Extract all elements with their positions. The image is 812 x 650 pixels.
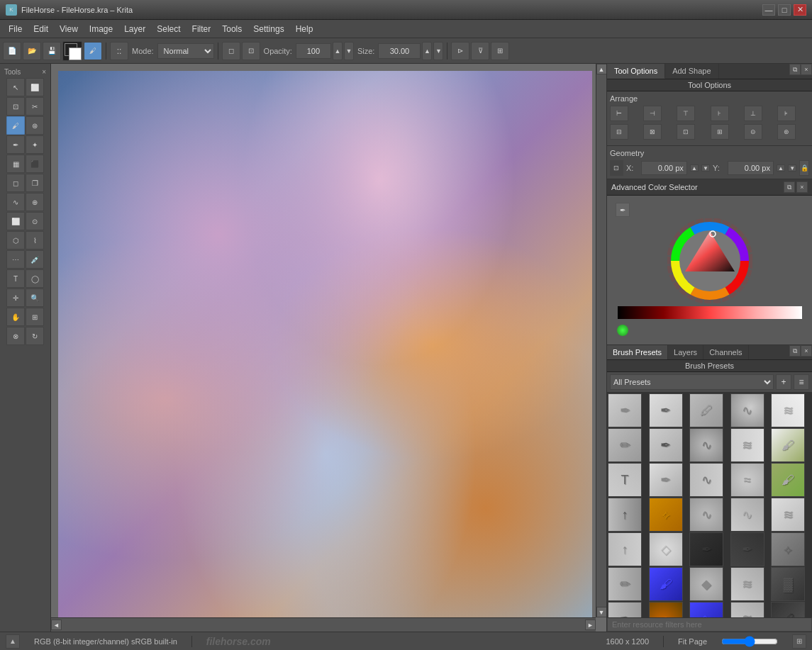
smart-patch-button[interactable]: ⊛	[26, 116, 44, 135]
zoom-tool-button[interactable]: 🔍	[26, 288, 44, 307]
add-preset-button[interactable]: +	[776, 374, 791, 390]
contiguous-select-button[interactable]: ⬜	[26, 78, 44, 96]
brush-item-33[interactable]: ∿	[689, 602, 723, 617]
menu-help[interactable]: Help	[290, 23, 319, 35]
brush-item-31[interactable]: ✒	[608, 602, 642, 617]
brush-item-29[interactable]: ≋	[730, 567, 764, 601]
distribute-center-v-button[interactable]: ⊝	[744, 124, 762, 140]
brush-item-15[interactable]: 🖌	[771, 463, 805, 497]
color-picker-button[interactable]: 💉	[26, 250, 44, 269]
brush-item-27[interactable]: 🖌	[649, 567, 683, 601]
menu-edit[interactable]: Edit	[28, 23, 54, 35]
align-center-h-button[interactable]: ⊣	[643, 106, 662, 121]
brush-item-35[interactable]: 🖌	[771, 602, 805, 617]
brush-item-30[interactable]: ▓	[771, 567, 805, 601]
artwork[interactable]	[58, 71, 592, 617]
y-input[interactable]	[728, 161, 774, 175]
smudge-button[interactable]: ∿	[6, 193, 25, 211]
brush-item-25[interactable]: ⟡	[771, 532, 805, 566]
open-file-button[interactable]: 📂	[23, 42, 41, 60]
gradient-bar[interactable]	[618, 306, 802, 319]
transform-button[interactable]: ⊡	[6, 97, 25, 116]
menu-tools[interactable]: Tools	[216, 23, 248, 35]
opacity-down[interactable]: ▼	[344, 42, 354, 60]
brush-panel-close[interactable]: ×	[801, 345, 812, 357]
menu-settings[interactable]: Settings	[248, 23, 289, 35]
eraser-button[interactable]: ◻	[222, 42, 240, 60]
clone-tool-button[interactable]: ❐	[26, 174, 44, 192]
panel-float-button[interactable]: ⧉	[789, 64, 801, 75]
mirror-v-button[interactable]: ⊽	[471, 42, 489, 60]
path-select-button[interactable]: ⌇	[26, 231, 44, 250]
wrap-button[interactable]: ⊞	[491, 42, 509, 60]
titlebar-controls[interactable]: — □ ✕	[762, 4, 806, 16]
assistant-button[interactable]: ⊗	[6, 327, 25, 345]
distribute-left-button[interactable]: ⊟	[610, 124, 628, 140]
save-button[interactable]: 💾	[43, 42, 61, 60]
filter-brush-button[interactable]: ⊕	[26, 193, 44, 211]
tab-add-shape[interactable]: Add Shape	[665, 64, 718, 79]
new-file-button[interactable]: 📄	[3, 42, 21, 60]
tools-collapse[interactable]: ×	[42, 68, 46, 76]
expand-button[interactable]: ▲	[6, 634, 20, 649]
brush-item-23[interactable]: ✒	[689, 532, 723, 566]
size-up[interactable]: ▲	[422, 42, 432, 60]
color-picker-icon[interactable]: ✒	[616, 203, 630, 217]
brush-item-13[interactable]: ∿	[689, 463, 723, 497]
polygon-select-button[interactable]: ⬡	[6, 231, 25, 250]
fullscreen-button[interactable]: ⊞	[792, 634, 806, 649]
x-input[interactable]	[641, 161, 687, 175]
grid-button[interactable]: ::	[110, 42, 128, 60]
brush-item-7[interactable]: ✒	[649, 428, 683, 462]
panel-close-button[interactable]: ×	[801, 64, 812, 75]
gradient-fill-button[interactable]: ▦	[6, 155, 25, 173]
tab-brush-presets[interactable]: Brush Presets	[607, 345, 668, 359]
crop-button[interactable]: ✂	[26, 97, 44, 116]
brush-item-6[interactable]: ✏	[608, 428, 642, 462]
horizontal-scrollbar[interactable]: ◄ ►	[51, 617, 596, 632]
align-center-v-button[interactable]: ⊥	[744, 106, 762, 121]
text-button[interactable]: T	[6, 269, 25, 288]
align-bottom-button[interactable]: ⊧	[777, 106, 796, 121]
brush-item-3[interactable]: 🖊	[689, 393, 723, 427]
scroll-left-button[interactable]: ◄	[51, 620, 62, 630]
brush-item-16[interactable]: ↑	[608, 498, 642, 532]
menu-view[interactable]: View	[54, 23, 84, 35]
presets-dropdown[interactable]: All Presets	[610, 374, 774, 390]
align-left-button[interactable]: ⊢	[610, 106, 628, 121]
minimize-button[interactable]: —	[762, 4, 775, 16]
brush-item-18[interactable]: ∿	[689, 498, 723, 532]
shapes-button[interactable]: ◯	[26, 269, 44, 288]
select-tool-button[interactable]: ↖	[6, 78, 25, 96]
brush-item-19[interactable]: ∿	[730, 498, 764, 532]
size-down[interactable]: ▼	[433, 42, 443, 60]
opacity-input[interactable]	[296, 43, 331, 59]
menu-filter[interactable]: Filter	[187, 23, 217, 35]
menu-image[interactable]: Image	[84, 23, 118, 35]
maximize-button[interactable]: □	[778, 4, 791, 16]
brush-item-17[interactable]: ⟡	[649, 498, 683, 532]
brush-item-32[interactable]: ●	[649, 602, 683, 617]
brush-item-28[interactable]: ◆	[689, 567, 723, 601]
multibrush-button[interactable]: ✦	[26, 135, 44, 154]
distribute-bottom-button[interactable]: ⊛	[777, 124, 796, 140]
green-indicator[interactable]	[617, 325, 628, 336]
move-button[interactable]: ✛	[6, 288, 25, 307]
fit-page-label[interactable]: Fit Page	[678, 637, 707, 646]
zoom-slider[interactable]	[721, 636, 778, 647]
color-panel-close[interactable]: ×	[796, 181, 808, 193]
ellipse-select-button[interactable]: ⊙	[26, 212, 44, 230]
distribute-top-button[interactable]: ⊞	[711, 124, 729, 140]
brush-item-2[interactable]: ✒	[649, 393, 683, 427]
brush-item-14[interactable]: ≈	[730, 463, 764, 497]
canvas-area[interactable]: ▲ ▼ ◄ ►	[51, 64, 606, 632]
resource-filter-input[interactable]	[607, 617, 812, 632]
x-spin-down[interactable]: ▼	[701, 164, 710, 172]
distribute-center-h-button[interactable]: ⊠	[643, 124, 662, 140]
menu-layer[interactable]: Layer	[118, 23, 151, 35]
scroll-up-button[interactable]: ▲	[596, 64, 607, 74]
color-wheel[interactable]	[667, 218, 752, 303]
tab-channels[interactable]: Channels	[703, 345, 748, 359]
fill-button[interactable]: ⬛	[26, 155, 44, 173]
align-top-button[interactable]: ⊦	[711, 106, 729, 121]
